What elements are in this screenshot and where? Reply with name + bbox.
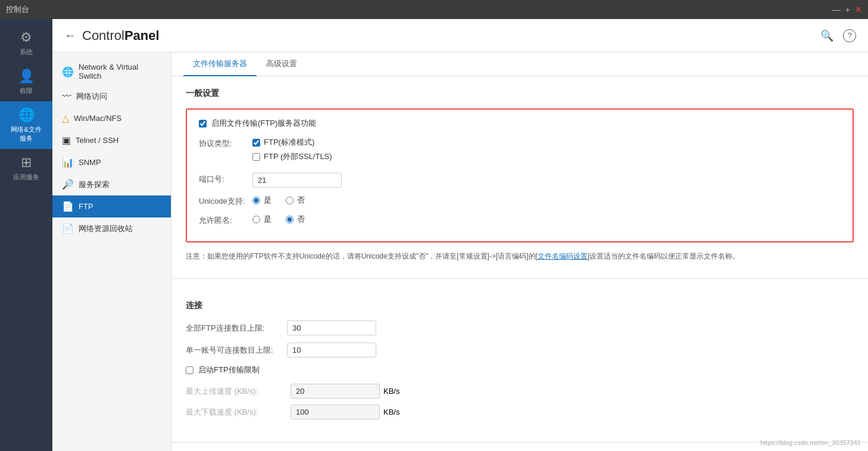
sidebar-item-authority[interactable]: 👤 权限 (0, 63, 52, 101)
tab-ftp-server[interactable]: 文件传输服务器 (183, 52, 257, 76)
network-icon: 🌐 (18, 107, 35, 123)
anon-yes-radio[interactable] (252, 216, 260, 223)
max-single-label: 单一账号可连接数目上限: (186, 345, 287, 356)
system-icon: ⚙ (20, 30, 32, 45)
ftp-standard-row: FTP(标准模式) (252, 137, 841, 148)
sidebar-label-authority: 权限 (20, 86, 33, 95)
enable-ftp-label: 启用文件传输(FTP)服务器功能 (211, 118, 316, 129)
ftp-icon: 📄 (62, 201, 74, 212)
network-virtual-switch-icon: 🌐 (62, 66, 74, 77)
nav-item-service-discovery[interactable]: 🔎 服务探索 (52, 173, 171, 195)
port-input[interactable]: 21 (252, 173, 342, 188)
close-button[interactable]: ✕ (855, 5, 862, 14)
nav-item-ftp[interactable]: 📄 FTP (52, 195, 171, 217)
tab-advanced[interactable]: 高级设置 (257, 52, 307, 76)
port-label: 端口号: (199, 173, 252, 185)
nav-item-win-mac-nfs[interactable]: △ Win/Mac/NFS (52, 107, 171, 129)
main-panel: 文件传输服务器 高级设置 一般设置 启用文件传输(FTP)服务器功能 (171, 52, 868, 451)
back-button[interactable]: ← (64, 29, 76, 42)
sidebar-item-network[interactable]: 🌐 网络&文件 服务 (0, 101, 52, 149)
nav-item-network-recycle[interactable]: 📄 网络资源回收站 (52, 217, 171, 240)
authority-icon: 👤 (18, 69, 35, 84)
unicode-yes-label: 是 (264, 195, 271, 206)
note-text-after: ]设置适当的文件名编码以便正常显示文件名称。 (588, 252, 739, 260)
anon-yes-label: 是 (264, 214, 271, 225)
max-upload-input[interactable]: 20 (291, 384, 380, 399)
unicode-yes-row: 是 (252, 195, 271, 206)
unicode-control: 是 否 (252, 195, 841, 206)
help-button[interactable]: ? (843, 29, 856, 42)
maximize-button[interactable]: + (845, 5, 850, 14)
tab-advanced-label: 高级设置 (266, 59, 297, 68)
ftp-settings-box: 启用文件传输(FTP)服务器功能 协议类型: FTP(标准模式) (186, 108, 854, 242)
enable-ftp-checkbox[interactable] (199, 120, 207, 127)
sidebar-label-system: 系统 (20, 48, 33, 57)
enable-limit-checkbox[interactable] (186, 366, 193, 374)
max-ftp-label: 全部FTP连接数目上限: (186, 323, 287, 334)
nav-item-network-virtual-switch[interactable]: 🌐 Network & Virtual Switch (52, 57, 171, 86)
unicode-no-radio[interactable] (286, 197, 294, 204)
nav-item-telnet-ssh[interactable]: ▣ Telnet / SSH (52, 129, 171, 151)
nav-label-network-recycle: 网络资源回收站 (79, 223, 133, 234)
max-upload-label: 最大上传速度 (KB/s): (186, 386, 287, 397)
enable-limit-row: 启动FTP传输限制 (186, 365, 854, 375)
ftp-ssl-label: FTP (外部SSL/TLS) (264, 151, 332, 162)
app-layout: ⚙ 系统 👤 权限 🌐 网络&文件 服务 ⊞ 应用服务 ← ControlPan… (0, 19, 868, 451)
nav-label-ftp: FTP (79, 202, 93, 211)
section-divider (171, 278, 868, 279)
sidebar-label-network: 网络&文件 服务 (11, 125, 41, 143)
anon-yes-row: 是 (252, 214, 271, 225)
unicode-yes-radio[interactable] (252, 197, 260, 204)
nav-item-network-access[interactable]: 〰 网络访问 (52, 86, 171, 107)
sidebar-item-appservice[interactable]: ⊞ 应用服务 (0, 149, 52, 188)
download-kbs-label: KB/s (383, 408, 399, 416)
header-title: ControlPanel (82, 28, 160, 43)
max-download-row: 最大下载速度 (KB/s): 100 KB/s (186, 405, 854, 419)
max-upload-row: 最大上传速度 (KB/s): 20 KB/s (186, 384, 854, 399)
content-area: ← ControlPanel 🔍 ? 🌐 Network & Virtual S… (52, 19, 868, 451)
max-single-input[interactable]: 10 (287, 343, 376, 357)
note-text: 注意：如果您使用的FTP软件不支持Unicode的话，请将Unicode支持设成… (186, 251, 854, 262)
enable-ftp-row: 启用文件传输(FTP)服务器功能 (199, 118, 841, 129)
anon-row: 允许匿名: 是 否 (199, 214, 841, 226)
nav-panel: 🌐 Network & Virtual Switch 〰 网络访问 △ Win/… (52, 52, 171, 451)
protocol-row: 协议类型: FTP(标准模式) FTP (外部SSL/TLS) (199, 137, 841, 166)
max-ftp-row: 全部FTP连接数目上限: 30 (186, 321, 854, 335)
max-download-label: 最大下载速度 (KB/s): (186, 407, 287, 418)
nav-label-network-virtual-switch: Network & Virtual Switch (79, 63, 161, 80)
enable-limit-label: 启动FTP传输限制 (198, 365, 260, 375)
anon-no-row: 否 (286, 214, 305, 225)
header: ← ControlPanel 🔍 ? (52, 19, 868, 52)
appservice-icon: ⊞ (21, 155, 32, 170)
port-control: 21 (252, 173, 841, 188)
body-layout: 🌐 Network & Virtual Switch 〰 网络访问 △ Win/… (52, 52, 868, 451)
anon-no-radio[interactable] (286, 216, 294, 223)
max-ftp-input[interactable]: 30 (287, 321, 376, 335)
nav-item-snmp[interactable]: 📊 SNMP (52, 151, 171, 173)
unicode-label: Unicode支持: (199, 195, 252, 207)
protocol-control: FTP(标准模式) FTP (外部SSL/TLS) (252, 137, 841, 166)
max-download-input[interactable]: 100 (291, 405, 380, 419)
unicode-radio-group: 是 否 (252, 195, 841, 206)
port-row: 端口号: 21 (199, 173, 841, 188)
ftp-ssl-checkbox[interactable] (252, 153, 260, 161)
ftp-standard-checkbox[interactable] (252, 139, 260, 147)
header-title-plain: Control (82, 28, 124, 43)
titlebar-title: 控制台 (6, 4, 29, 15)
unicode-no-label: 否 (297, 195, 305, 206)
sidebar-item-system[interactable]: ⚙ 系统 (0, 24, 52, 63)
titlebar-controls: — + ✕ (832, 5, 862, 14)
note-link[interactable]: 文件名编码设置 (538, 252, 588, 260)
snmp-icon: 📊 (62, 157, 74, 168)
sidebar-label-appservice: 应用服务 (13, 173, 39, 182)
nav-label-snmp: SNMP (79, 158, 101, 167)
minimize-button[interactable]: — (832, 5, 841, 14)
nav-label-service-discovery: 服务探索 (79, 179, 110, 190)
header-right: 🔍 ? (820, 29, 856, 42)
search-button[interactable]: 🔍 (820, 29, 833, 42)
unicode-no-row: 否 (286, 195, 305, 206)
watermark: https://blog.csdn.net/on_36357241 (760, 439, 861, 446)
nav-label-telnet-ssh: Telnet / SSH (76, 136, 118, 145)
network-recycle-icon: 📄 (62, 223, 74, 234)
network-access-icon: 〰 (62, 91, 71, 102)
